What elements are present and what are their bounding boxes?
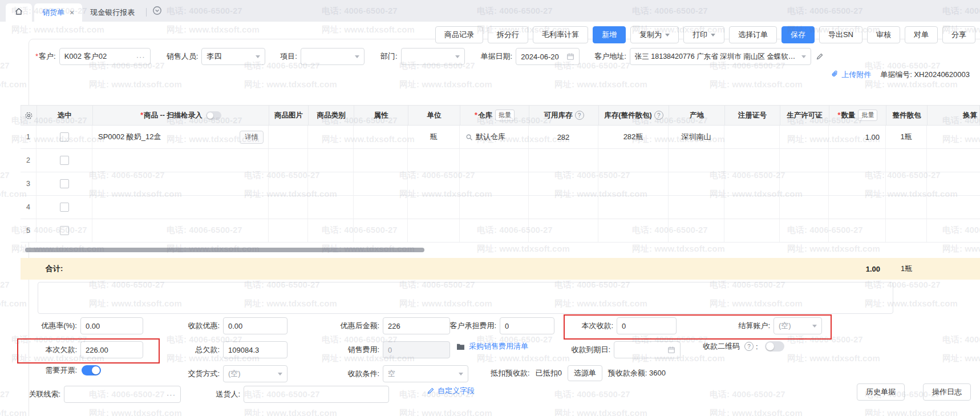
cell-no: 1 xyxy=(21,126,37,148)
custom-fields-link[interactable]: 自定义字段 xyxy=(438,386,475,396)
search-icon[interactable] xyxy=(465,134,473,141)
table-row-2: 2 xyxy=(21,149,980,172)
department-select[interactable] xyxy=(401,48,465,65)
tab-list-button[interactable] xyxy=(152,6,162,18)
toolbar-button-label: 导出SN xyxy=(828,30,853,40)
cell-unit xyxy=(408,149,460,172)
watermark-site: 网址: www.tdxsoft.com xyxy=(0,408,27,416)
tab-cash-bank-report[interactable]: 现金银行报表 xyxy=(82,3,143,22)
column-header-check: 选中 xyxy=(37,106,93,125)
sales-fee-label: 销售费用: xyxy=(311,345,379,355)
row-checkbox[interactable] xyxy=(60,226,69,235)
settle-account-select[interactable]: (空) xyxy=(774,317,822,334)
cell-img xyxy=(269,196,308,219)
project-select[interactable] xyxy=(301,48,365,65)
chevron-down-icon xyxy=(801,55,806,60)
select-source-button[interactable]: 选源单 xyxy=(568,365,602,381)
customer-field: *客户: K002 客户02 ··· xyxy=(35,48,151,65)
cell-check xyxy=(37,149,92,172)
chevron-down-icon xyxy=(812,325,817,330)
calendar-icon[interactable] xyxy=(667,346,675,354)
scan-gun-toggle[interactable] xyxy=(206,111,221,120)
toolbar-button-label: 选择订单 xyxy=(738,30,768,40)
edit-address-pencil-icon[interactable] xyxy=(816,52,824,60)
column-header-label: 单位 xyxy=(427,111,442,120)
delivery-select[interactable]: (空) xyxy=(223,365,287,382)
row-checkbox[interactable] xyxy=(60,156,69,165)
table-header-row: 选中*商品 -- 扫描枪录入商品图片商品类别属性单位*仓库批量可用库存?库存(整… xyxy=(21,105,980,126)
collect-discount-input[interactable]: 0.00 xyxy=(223,317,287,334)
calendar-icon[interactable] xyxy=(566,52,574,60)
tab-sales-order[interactable]: 销货单 × xyxy=(34,3,82,22)
collect-terms-select[interactable]: 空 xyxy=(383,365,468,382)
toolbar-button-2[interactable]: 毛利率计算 xyxy=(533,26,588,43)
folder-icon[interactable] xyxy=(456,343,465,350)
toolbar-button-7[interactable]: 保存 xyxy=(781,26,815,43)
home-button[interactable] xyxy=(6,3,32,22)
toolbar-button-9[interactable]: 审核 xyxy=(867,26,900,43)
remark-box[interactable] xyxy=(38,282,893,314)
cell-pack: 1瓶 xyxy=(886,126,927,148)
help-icon[interactable]: ? xyxy=(575,111,584,120)
cell-reg xyxy=(724,149,780,172)
help-icon[interactable]: ? xyxy=(744,342,754,351)
customer-input[interactable]: K002 客户02 ··· xyxy=(59,48,151,65)
cell-pack xyxy=(886,219,927,242)
column-header-label: 商品类别 xyxy=(317,111,346,120)
collect-qr-toggle[interactable] xyxy=(765,341,784,352)
column-header-label: 生产许可证 xyxy=(787,111,823,120)
cell-stock: 282瓶 xyxy=(598,126,669,148)
current-collect-input[interactable]: 0 xyxy=(617,317,677,334)
need-invoice-toggle[interactable] xyxy=(82,365,101,375)
toolbar-button-8[interactable]: 导出SN xyxy=(819,26,862,43)
toolbar-button-3[interactable]: 新增 xyxy=(593,26,626,43)
column-header-stock: 库存(整件散包)? xyxy=(599,106,669,125)
row-checkbox[interactable] xyxy=(60,132,69,142)
cell-wh xyxy=(460,219,529,242)
horizontal-scrollbar[interactable] xyxy=(25,248,424,252)
toolbar-button-1[interactable]: 拆分行 xyxy=(488,26,528,43)
history-button[interactable]: 历史单据 xyxy=(857,383,905,401)
log-button[interactable]: 操作日志 xyxy=(923,383,971,401)
toolbar-button-6[interactable]: 选择订单 xyxy=(729,26,777,43)
cell-no: 3 xyxy=(21,172,37,195)
batch-badge-button[interactable]: 批量 xyxy=(858,110,877,121)
gear-icon[interactable] xyxy=(25,111,33,120)
column-header-origin: 产地 xyxy=(669,106,725,125)
detail-button[interactable]: 详情 xyxy=(240,131,264,144)
current-debt-input[interactable]: 226.00 xyxy=(80,341,143,358)
cell-origin xyxy=(669,196,724,219)
bill-date-input[interactable]: 2024-06-20 xyxy=(516,48,580,65)
toolbar-button-10[interactable]: 对单 xyxy=(905,26,938,43)
tab-bar: 销货单 × 现金银行报表 xyxy=(0,0,980,22)
help-icon[interactable]: ? xyxy=(654,111,663,120)
toolbar-button-0[interactable]: 商品记录 xyxy=(435,26,483,43)
toolbar-button-5[interactable]: 打印 xyxy=(683,26,724,43)
collect-due-input[interactable] xyxy=(614,341,681,358)
toolbar-button-label: 分享 xyxy=(951,30,966,40)
customer-address-select[interactable]: 张三 18138420776 广东省 深圳市 南山区 金蝶软件园 xyxy=(630,48,811,65)
customer-fee-input[interactable]: 0 xyxy=(500,317,554,334)
tab-divider xyxy=(146,8,147,17)
row-checkbox[interactable] xyxy=(60,203,69,212)
upload-attachment-link[interactable]: 上传附件 xyxy=(831,70,871,80)
ellipsis-picker-icon[interactable]: ··· xyxy=(163,390,176,399)
close-icon[interactable]: × xyxy=(70,9,74,17)
deliverer-input[interactable] xyxy=(244,386,389,403)
sales-fee-input: 0 xyxy=(383,341,450,358)
related-lead-input[interactable]: ··· xyxy=(64,386,181,403)
colon: : xyxy=(756,342,758,351)
total-debt-input[interactable]: 109084.3 xyxy=(223,341,287,358)
toolbar-button-4[interactable]: 复制为 xyxy=(630,26,679,43)
toolbar: 商品记录拆分行毛利率计算新增复制为打印选择订单保存导出SN审核对单分享 xyxy=(435,26,975,43)
ellipsis-picker-icon[interactable]: ··· xyxy=(133,52,145,61)
row-number: 3 xyxy=(26,180,30,188)
column-header-product: *商品 -- 扫描枪录入 xyxy=(93,106,269,125)
row-checkbox[interactable] xyxy=(60,179,69,188)
toolbar-button-11[interactable]: 分享 xyxy=(942,26,975,43)
column-header-label: 属性 xyxy=(374,111,388,120)
discount-rate-input[interactable]: 0.00 xyxy=(80,317,143,334)
batch-badge-button[interactable]: 批量 xyxy=(495,110,515,121)
salesperson-select[interactable]: 李四 xyxy=(201,48,265,65)
cell-attr xyxy=(354,219,408,242)
